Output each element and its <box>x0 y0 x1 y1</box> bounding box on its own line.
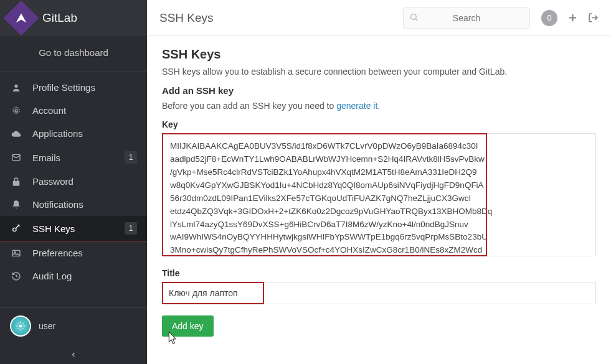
user-name: user <box>39 321 55 331</box>
gear-icon <box>10 106 22 116</box>
sidebar-item-preferences[interactable]: Preferences <box>0 241 147 264</box>
main: SSH Keys 0 SSH Keys SSH keys allow you t… <box>147 0 611 364</box>
search-input[interactable] <box>403 7 530 29</box>
avatar <box>10 315 31 337</box>
add-key-subheading: Add an SSH key <box>162 85 596 96</box>
svg-line-12 <box>17 323 19 324</box>
key-icon <box>10 223 22 233</box>
user-icon <box>10 83 22 93</box>
sidebar-item-applications[interactable]: Applications <box>0 122 147 145</box>
svg-point-1 <box>15 110 17 112</box>
sidebar-item-label: Profile Settings <box>32 82 95 93</box>
search-icon <box>409 12 419 24</box>
plus-icon[interactable] <box>567 12 578 23</box>
sidebar-item-account[interactable]: Account <box>0 99 147 122</box>
svg-line-13 <box>22 328 24 329</box>
go-to-dashboard-link[interactable]: Go to dashboard <box>0 36 147 72</box>
svg-rect-3 <box>13 181 19 185</box>
sidebar-item-emails[interactable]: Emails1 <box>0 145 147 170</box>
sign-out-icon[interactable] <box>588 12 599 23</box>
image-icon <box>10 248 22 258</box>
sidebar-nav: Profile SettingsAccountApplicationsEmail… <box>0 72 147 307</box>
add-key-button[interactable]: Add key <box>162 315 214 337</box>
bell-icon <box>10 200 22 210</box>
sidebar-item-ssh-keys[interactable]: SSH Keys1 <box>0 216 147 241</box>
topbar: SSH Keys 0 <box>147 0 611 36</box>
cloud-icon <box>10 129 22 139</box>
brand[interactable]: GitLab <box>0 0 147 36</box>
sidebar-item-password[interactable]: Password <box>0 170 147 193</box>
sidebar-item-label: Audit Log <box>32 271 72 281</box>
brand-name: GitLab <box>42 11 77 25</box>
sidebar-item-label: Preferences <box>32 248 83 258</box>
svg-line-14 <box>17 328 19 329</box>
issues-count-badge[interactable]: 0 <box>541 10 557 26</box>
user-menu[interactable]: user <box>0 307 147 344</box>
sidebar-item-badge: 1 <box>125 151 137 164</box>
sidebar-item-label: Applications <box>32 128 83 139</box>
history-icon <box>10 271 22 281</box>
svg-line-15 <box>22 323 24 324</box>
ssh-key-input[interactable] <box>162 133 596 256</box>
sidebar-item-label: Password <box>32 176 73 187</box>
sidebar-item-badge: 1 <box>125 222 137 235</box>
gitlab-logo-icon <box>4 1 39 36</box>
sidebar-item-label: Notifications <box>32 199 83 210</box>
sidebar: GitLab Go to dashboard Profile SettingsA… <box>0 0 147 364</box>
svg-point-7 <box>19 325 22 328</box>
svg-point-0 <box>14 84 17 87</box>
search-box <box>403 7 530 29</box>
add-key-hint: Before you can add an SSH key you need t… <box>162 101 596 111</box>
lock-icon <box>10 177 22 187</box>
title-field-label: Title <box>162 268 596 278</box>
collapse-sidebar-button[interactable] <box>0 344 147 364</box>
envelope-icon <box>10 152 22 162</box>
sidebar-item-label: Emails <box>32 152 60 163</box>
generate-key-link[interactable]: generate it <box>336 101 377 111</box>
sidebar-item-notifications[interactable]: Notifications <box>0 193 147 216</box>
sidebar-item-audit-log[interactable]: Audit Log <box>0 264 147 287</box>
svg-point-4 <box>13 228 16 231</box>
page-title: SSH Keys <box>159 11 214 25</box>
svg-line-17 <box>415 19 417 21</box>
page-description: SSH keys allow you to establish a secure… <box>162 67 596 77</box>
key-field-label: Key <box>162 119 596 129</box>
sidebar-item-profile-settings[interactable]: Profile Settings <box>0 76 147 99</box>
page-heading: SSH Keys <box>162 47 596 62</box>
sidebar-item-label: Account <box>32 105 66 116</box>
ssh-key-title-input[interactable] <box>162 282 596 304</box>
sidebar-item-label: SSH Keys <box>32 223 75 234</box>
content: SSH Keys SSH keys allow you to establish… <box>147 36 611 364</box>
svg-point-16 <box>411 14 417 19</box>
